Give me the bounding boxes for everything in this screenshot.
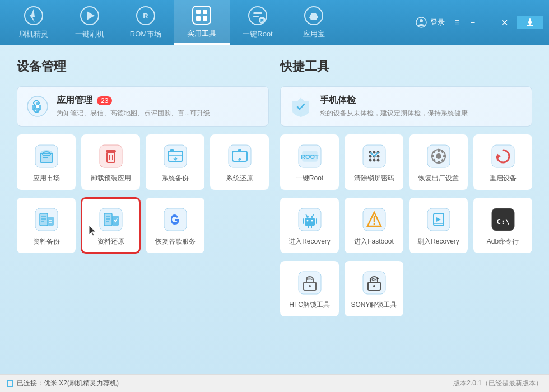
icon-data-backup[interactable]: 资料备份	[17, 198, 76, 253]
login-button[interactable]: 登录	[416, 17, 445, 28]
svg-point-97	[373, 223, 375, 225]
data-backup-label: 资料备份	[33, 237, 60, 246]
health-check-banner[interactable]: 手机体检 您的设备从未体检，建议定期体检，保持系统健康	[280, 86, 532, 127]
svg-rect-31	[170, 149, 174, 152]
one-click-root-icon: ROOT	[297, 143, 323, 169]
minimize-button[interactable]: －	[467, 17, 478, 28]
icon-clear-lock[interactable]: 清除锁屏密码	[345, 134, 403, 190]
svg-rect-19	[527, 25, 533, 26]
svg-rect-74	[431, 155, 434, 157]
icon-restore-google[interactable]: 恢复谷歌服务	[146, 198, 204, 253]
restore-google-label: 恢复谷歌服务	[155, 237, 196, 246]
svg-rect-6	[196, 10, 201, 14]
svg-rect-16	[310, 18, 317, 20]
icon-enter-fastboot[interactable]: 进入Fastboot	[345, 198, 403, 253]
system-backup-icon	[162, 143, 188, 169]
svg-rect-83	[305, 218, 315, 226]
restore-factory-label: 恢复出厂设置	[418, 174, 459, 183]
tab-flash-wizard[interactable]: 刷机精灵	[6, 0, 62, 45]
icon-enter-recovery[interactable]: 进入Recovery	[280, 198, 339, 253]
svg-text:R: R	[143, 12, 148, 20]
tab-label-rom-market: ROM市场	[130, 29, 161, 39]
app-market-label: 应用市场	[33, 174, 60, 183]
svg-rect-48	[104, 213, 112, 226]
restore-google-icon	[162, 207, 188, 232]
header: 刷机精灵 一键刷机 R ROM市场	[0, 0, 549, 45]
app-manager-icon	[26, 95, 49, 118]
svg-point-89	[311, 220, 313, 222]
icon-restore-factory[interactable]: 恢复出厂设置	[409, 134, 468, 190]
flash-recovery-label: 刷入Recovery	[417, 237, 459, 246]
data-restore-icon	[98, 207, 124, 232]
icon-app-market[interactable]: 应用市场	[17, 134, 76, 190]
svg-rect-11	[253, 12, 262, 14]
svg-point-67	[373, 159, 375, 162]
svg-point-88	[306, 220, 308, 222]
tab-one-click-root[interactable]: R 一键Root	[230, 0, 286, 45]
svg-text:htc: htc	[306, 277, 313, 281]
icon-system-backup[interactable]: 系统备份	[146, 134, 204, 190]
icon-restart-device[interactable]: 重启设备	[473, 134, 532, 190]
tab-label-utility-tools: 实用工具	[187, 29, 216, 39]
svg-rect-5	[193, 6, 211, 24]
svg-rect-36	[238, 149, 241, 152]
svg-point-21	[36, 105, 39, 108]
tab-icon-flash-wizard	[24, 6, 44, 26]
status-left: 已连接：优米 X2(刷机精灵力荐机)	[7, 379, 119, 388]
svg-text:C:\: C:\	[496, 217, 510, 226]
flash-recovery-icon	[426, 207, 452, 232]
status-bar: 已连接：优米 X2(刷机精灵力荐机) 版本2.0.1（已经是最新版本）	[0, 374, 549, 392]
download-button[interactable]	[517, 16, 543, 29]
right-icon-grid-row2: 进入Recovery 进入Fastboot	[280, 198, 532, 253]
app-manager-info: 应用管理 23 为知笔记、易信、高德地图、点评团购、百...可升级	[57, 95, 210, 118]
tab-label-app-store: 应用宝	[303, 29, 325, 39]
icon-one-click-root[interactable]: ROOT 一键Root	[280, 134, 339, 190]
empty-slot-r1	[409, 261, 468, 316]
header-right: 登录 ≡ － □ ✕	[416, 16, 543, 29]
left-icon-grid-row2: 资料备份 资料还原	[17, 198, 269, 253]
sony-unlock-icon: SONY	[361, 270, 387, 296]
left-panel-title: 设备管理	[17, 58, 269, 75]
close-button[interactable]: ✕	[499, 17, 510, 28]
system-restore-icon	[227, 143, 253, 169]
icon-flash-recovery[interactable]: 刷入Recovery	[409, 198, 468, 253]
menu-button[interactable]: ≡	[452, 17, 463, 28]
clear-lock-label: 清除锁屏密码	[354, 174, 394, 183]
htc-unlock-icon: htc	[297, 270, 323, 296]
icon-htc-unlock[interactable]: htc HTC解锁工具	[280, 261, 339, 316]
right-panel-title: 快捷工具	[280, 58, 532, 75]
app-market-icon	[34, 143, 59, 169]
svg-rect-53	[112, 216, 119, 226]
health-check-icon	[290, 95, 312, 118]
icon-adb-command[interactable]: C:\ Adb命令行	[473, 198, 532, 253]
tab-utility-tools[interactable]: 实用工具	[174, 0, 230, 45]
icon-uninstall-preload[interactable]: 卸载预装应用	[81, 134, 140, 190]
icon-system-restore[interactable]: 系统还原	[210, 134, 269, 190]
restart-device-icon	[490, 143, 516, 169]
icon-data-restore[interactable]: 资料还原	[81, 198, 140, 253]
uninstall-preload-label: 卸载预装应用	[91, 174, 131, 183]
svg-text:R: R	[260, 18, 264, 24]
one-click-root-label: 一键Root	[296, 174, 323, 183]
icon-sony-unlock[interactable]: SONY SONY解锁工具	[345, 261, 403, 316]
tab-app-store[interactable]: 应用宝	[286, 0, 342, 45]
maximize-button[interactable]: □	[483, 17, 494, 28]
data-restore-label: 资料还原	[97, 237, 124, 246]
tab-one-click-flash[interactable]: 一键刷机	[62, 0, 118, 45]
clear-lock-icon	[361, 143, 387, 169]
version-label: 版本2.0.1（已经是最新版本）	[453, 379, 542, 388]
svg-text:SONY: SONY	[369, 278, 379, 281]
svg-rect-72	[438, 149, 440, 152]
uninstall-preload-icon	[98, 143, 124, 169]
tab-rom-market[interactable]: R ROM市场	[118, 0, 174, 45]
tab-label-one-click-root: 一键Root	[243, 29, 272, 39]
svg-point-109	[373, 285, 375, 287]
window-controls: ≡ － □ ✕	[452, 17, 510, 28]
right-icon-grid-row3: htc HTC解锁工具 SONY SONY解锁工具	[280, 261, 532, 316]
restore-factory-icon	[426, 143, 452, 169]
right-panel: 快捷工具 手机体检 您的设备从未体检，建议定期体检，保持系统健康	[280, 58, 532, 361]
left-icon-grid-row1: 应用市场 卸载预装应用	[17, 134, 269, 190]
app-manager-banner[interactable]: 应用管理 23 为知笔记、易信、高德地图、点评团购、百...可升级	[17, 86, 269, 127]
enter-fastboot-icon	[361, 207, 387, 232]
htc-unlock-label: HTC解锁工具	[289, 300, 330, 310]
